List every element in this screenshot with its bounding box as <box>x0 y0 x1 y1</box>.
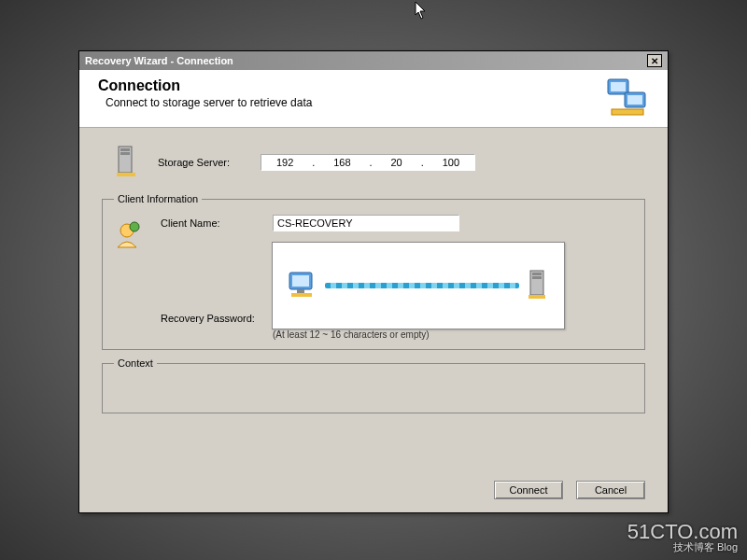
svg-rect-18 <box>529 295 545 299</box>
user-account-icon <box>114 219 144 249</box>
mouse-cursor-icon <box>415 2 428 21</box>
password-hint: (At least 12 ~ 16 characters or empty) <box>273 329 633 340</box>
svg-rect-1 <box>611 82 626 91</box>
cancel-button[interactable]: Cancel <box>576 481 645 499</box>
storage-server-label: Storage Server: <box>158 157 261 168</box>
network-computers-icon <box>604 76 651 120</box>
titlebar: Recovery Wizard - Connection ✕ <box>79 51 668 70</box>
connection-progress-line <box>325 283 519 288</box>
client-monitor-icon <box>286 267 319 304</box>
svg-rect-7 <box>120 152 130 155</box>
server-monitor-icon <box>525 267 551 304</box>
svg-rect-3 <box>627 95 642 105</box>
dialog-footer: Connect Cancel <box>494 481 645 499</box>
svg-rect-16 <box>532 273 542 275</box>
watermark: 51CTO.com 技术博客 Blog <box>627 522 738 553</box>
window-title: Recovery Wizard - Connection <box>85 55 233 66</box>
connect-button[interactable]: Connect <box>494 481 563 499</box>
close-button[interactable]: ✕ <box>647 54 662 67</box>
svg-rect-17 <box>532 276 542 279</box>
page-title: Connection <box>98 77 649 94</box>
page-subtitle: Connect to storage server to retrieve da… <box>106 96 649 109</box>
recovery-password-label: Recovery Password: <box>161 313 273 324</box>
svg-rect-8 <box>117 173 135 176</box>
svg-rect-14 <box>291 293 312 297</box>
svg-rect-4 <box>612 109 643 115</box>
client-name-input[interactable] <box>273 215 459 231</box>
recovery-wizard-dialog: Recovery Wizard - Connection ✕ Connectio… <box>78 50 669 513</box>
server-tower-icon <box>113 145 141 180</box>
svg-rect-12 <box>292 275 309 287</box>
context-group: Context <box>102 357 645 413</box>
svg-point-10 <box>130 222 139 231</box>
client-information-legend: Client Information <box>114 193 202 204</box>
storage-server-ip-input[interactable]: 192. 168. 20. 100 <box>261 154 475 171</box>
svg-rect-6 <box>120 148 130 151</box>
svg-rect-13 <box>297 289 304 293</box>
storage-server-row: Storage Server: 192. 168. 20. 100 <box>102 145 645 180</box>
context-legend: Context <box>114 357 157 369</box>
client-name-row: Client Name: <box>161 214 633 232</box>
connection-progress-popup <box>272 242 565 329</box>
client-name-label: Client Name: <box>161 217 273 229</box>
header-panel: Connection Connect to storage server to … <box>79 70 668 128</box>
